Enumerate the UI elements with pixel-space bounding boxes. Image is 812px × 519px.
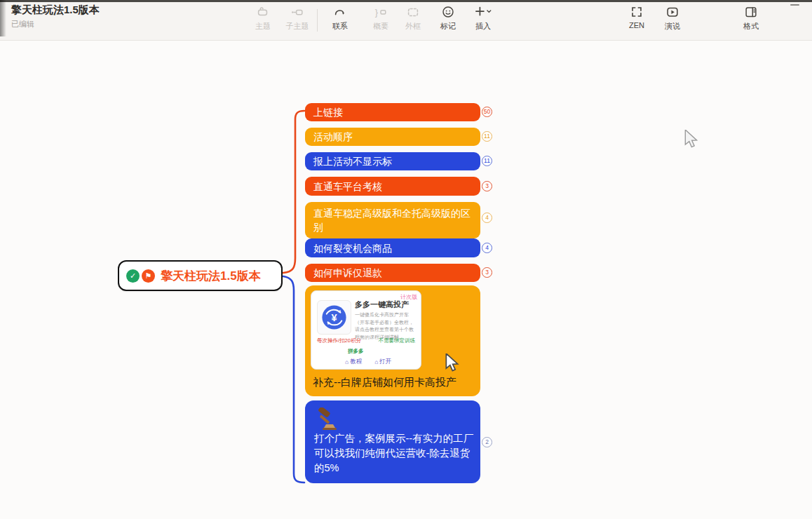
plugin-title: 多多一键高投产 [355, 299, 409, 310]
plugin-platform: 拼多多 [348, 348, 364, 355]
corner-shadow [0, 0, 6, 36]
supplement-node[interactable]: 计次版 ¥ 多多一键高投产 一键傻瓜化卡高投产开车（开车老手必看）全教程，请点击… [305, 285, 480, 396]
branch-label: 直通车稳定高级版和全托高级版的区别 [313, 206, 472, 234]
tool-marker[interactable]: 标记 [432, 3, 464, 38]
branch-node[interactable]: 直通车平台考核 [305, 177, 480, 196]
branch-node[interactable]: 如何申诉仅退款 [305, 264, 480, 282]
tutorial-link[interactable]: ⌂教程 [345, 358, 362, 366]
tool-label: 外框 [405, 21, 421, 32]
tool-zen[interactable]: ZEN [621, 3, 653, 38]
tool-present[interactable]: 演说 [656, 3, 689, 38]
gavel-icon [314, 407, 341, 431]
relation-arrow-icon [332, 3, 348, 21]
insert-plus-icon [473, 3, 494, 21]
tool-label: 插入 [475, 21, 491, 32]
plugin-note-text: 不需要绑定训练 [379, 337, 416, 344]
ad-node-label: 打个广告，案例展示--有实力的工厂可以找我们纯佣代运营收-除去退货的5% [314, 431, 474, 476]
mindmap-canvas[interactable]: ✓ ⚑ 擎天柱玩法1.5版本 上链接 50 活动顺序 11 报上活动不显示标 1… [0, 41, 812, 519]
subtopic-icon [290, 3, 305, 21]
tool-label: 子主题 [286, 21, 309, 32]
branch-node[interactable]: 活动顺序 [305, 128, 480, 146]
svg-text:¥: ¥ [331, 312, 337, 323]
branch-node[interactable]: 上链接 [305, 103, 480, 121]
ad-node[interactable]: 打个广告，案例展示--有实力的工厂可以找我们纯佣代运营收-除去退货的5% [305, 400, 480, 483]
tool-insert[interactable]: 插入 [465, 3, 501, 38]
tool-label: 演说 [665, 21, 680, 32]
tool-label: 联系 [332, 21, 348, 32]
branch-count-badge[interactable]: 11 [482, 156, 492, 166]
document-status: 已编辑 [11, 19, 34, 29]
svg-text:}: } [375, 7, 379, 18]
branch-count-badge[interactable]: 11 [482, 131, 492, 142]
branch-node[interactable]: 如何裂变机会商品 [305, 238, 480, 257]
flag-circle-icon: ⚑ [142, 269, 155, 283]
plugin-icon-box: ¥ [317, 300, 351, 335]
marker-smiley-icon [440, 3, 456, 21]
branch-label: 活动顺序 [313, 130, 353, 144]
open-link[interactable]: ⌂打开 [374, 358, 391, 366]
app-window: 擎天柱玩法1.5版本 已编辑 主题 子主题 [0, 0, 812, 519]
toolbar-divider [317, 9, 318, 32]
branch-label: 如何裂变机会商品 [313, 241, 392, 255]
branch-label: 上链接 [313, 105, 343, 119]
yuan-circular-arrows-icon: ¥ [320, 303, 349, 332]
plugin-description: 一键傻瓜化卡高投产开车（开车老手必看）全教程，请点击教程里查看第十个教程面的课程… [355, 311, 418, 341]
check-circle-icon: ✓ [126, 269, 140, 283]
branch-label: 直通车平台考核 [313, 180, 382, 194]
home-icon: ⌂ [374, 358, 378, 365]
supplement-node-label: 补充--白牌店铺如何用卡高投产 [313, 376, 456, 389]
tool-label: 主题 [255, 21, 271, 32]
branch-node[interactable]: 报上活动不显示标 [305, 152, 480, 170]
branch-count-badge[interactable]: 3 [482, 181, 492, 191]
tool-boundary[interactable]: 外框 [397, 3, 429, 38]
document-title: 擎天柱玩法1.5版本 [11, 4, 100, 17]
window-top-edge [0, 0, 812, 2]
branch-count-badge[interactable]: 4 [482, 243, 492, 253]
mouse-cursor-ghost [684, 130, 699, 148]
branch-count-badge[interactable]: 50 [482, 107, 492, 117]
branch-node[interactable]: 直通车稳定高级版和全托高级版的区别 [305, 202, 480, 238]
window-minimize-dash [790, 4, 799, 6]
zen-brackets-icon [629, 3, 644, 21]
tool-label: 概要 [373, 21, 388, 32]
tool-label: ZEN [629, 21, 644, 29]
tool-format[interactable]: 格式 [735, 3, 767, 38]
tool-summary[interactable]: } 概要 [365, 3, 397, 38]
boundary-dashed-frame-icon [405, 3, 421, 21]
topic-icon [255, 3, 271, 21]
format-panel-icon [743, 3, 759, 21]
branch-count-badge[interactable]: 4 [482, 213, 492, 223]
presentation-play-icon [665, 3, 680, 21]
root-node[interactable]: ✓ ⚑ 擎天柱玩法1.5版本 [118, 260, 283, 291]
tool-label: 格式 [743, 21, 759, 32]
summary-brace-icon: } [373, 3, 388, 21]
toolbar: 擎天柱玩法1.5版本 已编辑 主题 子主题 [0, 0, 812, 41]
tool-label: 标记 [440, 21, 456, 32]
tool-topic[interactable]: 主题 [247, 3, 279, 38]
plugin-links: ⌂教程 ⌂打开 [345, 358, 391, 366]
branch-count-badge[interactable]: 2 [482, 437, 492, 447]
tool-relation[interactable]: 联系 [324, 3, 356, 38]
branch-label: 如何申诉仅退款 [313, 266, 382, 280]
plugin-cost-text: 每次操作/扣20积分 [317, 337, 361, 344]
home-icon: ⌂ [345, 358, 349, 365]
plugin-card[interactable]: 计次版 ¥ 多多一键高投产 一键傻瓜化卡高投产开车（开车老手必看）全教程，请点击… [311, 290, 421, 370]
branch-count-badge[interactable]: 3 [482, 267, 492, 278]
branch-label: 报上活动不显示标 [313, 154, 392, 168]
root-node-label: 擎天柱玩法1.5版本 [161, 268, 261, 284]
tool-subtopic[interactable]: 子主题 [281, 3, 313, 38]
